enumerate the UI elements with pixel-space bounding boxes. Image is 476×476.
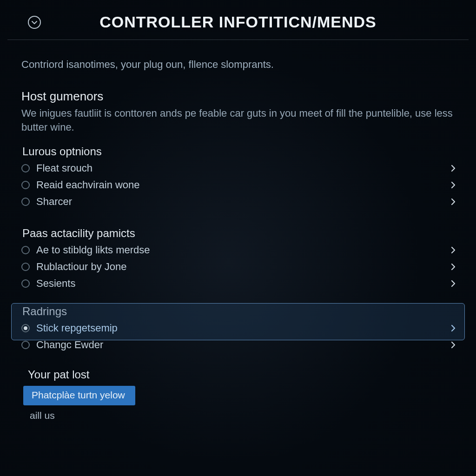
option-label: Changc Ewder: [36, 339, 103, 351]
radio-icon: [21, 164, 30, 172]
chevron-right-icon: [449, 279, 457, 288]
chevron-right-icon: [449, 181, 457, 189]
option-label: Rublactiour by Jone: [36, 261, 126, 273]
radio-icon: [21, 246, 30, 254]
your-lost-button[interactable]: Phatcplàe turtn yelow: [23, 386, 135, 405]
section-host-desc: We inigues fautliit is conttoren ands pe…: [21, 106, 455, 134]
option-label: Reaid eachvirain wone: [36, 179, 140, 191]
option-sharcer[interactable]: Sharcer: [21, 193, 455, 210]
option-label: Ae to stibldg likts merdse: [36, 244, 150, 256]
option-label: Sesients: [36, 278, 75, 290]
option-sesients[interactable]: Sesients: [21, 275, 455, 292]
option-fleat-srouch[interactable]: Fleat srouch: [21, 160, 455, 177]
option-rublactiour[interactable]: Rublactiour by Jone: [21, 258, 455, 275]
chevron-right-icon: [449, 324, 457, 332]
chevron-right-icon: [449, 198, 457, 206]
chevron-right-icon: [449, 246, 457, 254]
page-title: CONTROLLER INFOTITICN/MENDS: [28, 13, 448, 31]
option-changc-ewder[interactable]: Changc Ewder: [21, 337, 455, 353]
radio-icon: [21, 181, 30, 189]
radio-icon: [21, 263, 30, 271]
option-label: Fleat srouch: [36, 162, 93, 174]
chevron-right-icon: [449, 263, 457, 271]
section-host-heading: Host gumenors: [21, 89, 455, 104]
group-heading-paas: Paas actacility pamicts: [21, 227, 455, 240]
option-stick-repgetsemip[interactable]: Stick repgetsemip: [21, 320, 455, 337]
option-label: Sharcer: [36, 196, 72, 208]
option-label: Stick repgetsemip: [36, 322, 118, 334]
chevron-right-icon: [449, 164, 457, 172]
group-heading-lurous: Lurous optnions: [21, 145, 455, 158]
option-reaid-eachvirain[interactable]: Reaid eachvirain wone: [21, 177, 455, 193]
your-lost-sub: aill us: [21, 410, 455, 421]
radio-icon: [21, 198, 30, 206]
your-lost-heading: Your pat lost: [21, 368, 455, 381]
radio-icon: [21, 341, 30, 349]
group-heading-radrings: Radrings: [21, 305, 455, 318]
chevron-right-icon: [449, 341, 457, 349]
radio-icon: [21, 324, 30, 332]
option-ae-stibldg[interactable]: Ae to stibldg likts merdse: [21, 242, 455, 258]
radio-icon: [21, 279, 30, 288]
intro-text: Contriord isanotimes, your plug oun, fll…: [21, 59, 455, 71]
